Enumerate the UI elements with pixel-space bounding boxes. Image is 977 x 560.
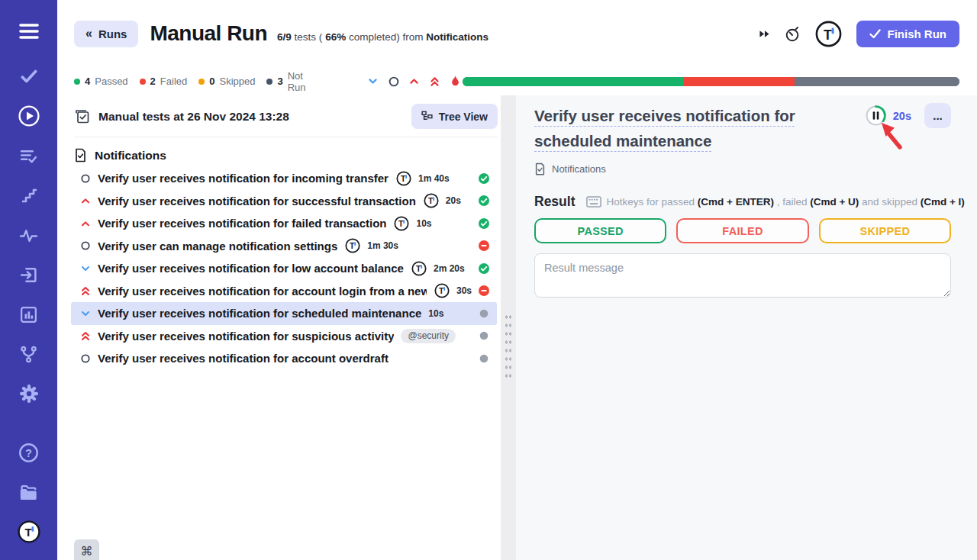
svg-text:?: ? (25, 446, 32, 459)
status-failed-icon (472, 285, 490, 297)
test-row[interactable]: Verify user receives notification for fa… (71, 212, 497, 235)
test-title: Verify user receives notification for ac… (98, 285, 427, 298)
priority-low-icon[interactable] (366, 75, 380, 89)
test-list-panel: Manual tests at 26 Nov 2024 13:28 Tree V… (57, 95, 501, 560)
test-list: Verify user receives notification for in… (57, 167, 501, 370)
testomat-header-logo[interactable]: T (815, 21, 842, 47)
pulse-icon[interactable] (18, 224, 40, 246)
pause-timer-button[interactable] (865, 105, 887, 127)
command-shortcut-button[interactable]: ⌘ (74, 539, 99, 560)
priority-critical-flame-icon[interactable] (449, 75, 463, 89)
priority-normal-icon (79, 353, 91, 364)
outcome-buttons: PASSED FAILED SKIPPED (534, 218, 951, 243)
test-row[interactable]: Verify user receives notification for su… (71, 190, 497, 213)
runs-play-icon[interactable] (18, 105, 40, 127)
test-duration: 10s (428, 308, 443, 319)
settings-gear-icon[interactable] (18, 382, 40, 405)
priority-high-icon[interactable] (408, 75, 421, 89)
subtitle-text: tests ( (292, 31, 325, 43)
analytics-icon[interactable] (18, 303, 40, 326)
priority-important-icon (79, 285, 91, 297)
test-title: Verify user receives notification for ac… (98, 352, 389, 365)
run-name: Manual tests at 26 Nov 2024 13:28 (98, 110, 289, 124)
test-row[interactable]: Verify user receives notification for ac… (71, 280, 497, 303)
testomat-mini-logo-icon: T (345, 238, 360, 253)
more-options-button[interactable]: ... (924, 103, 951, 128)
resizer-grip-dots (505, 313, 512, 381)
breadcrumb-suite: Notifications (552, 163, 606, 175)
svg-text:T: T (24, 526, 31, 539)
test-row[interactable]: Verify user can manage notification sett… (71, 235, 497, 258)
test-row[interactable]: Verify user receives notification for in… (71, 167, 497, 190)
priority-normal-icon (79, 240, 91, 251)
finish-run-label: Finish Run (888, 27, 947, 40)
progress-failed-segment (684, 77, 795, 86)
test-detail-title[interactable]: Verify user receives notification for sc… (534, 103, 867, 153)
priority-normal-icon (79, 173, 91, 184)
hotkeys-hint: Hotkeys for passed (Cmd + ENTER) , faile… (586, 196, 964, 208)
testomat-mini-logo-icon: T (424, 193, 439, 208)
test-plans-icon[interactable] (18, 144, 40, 167)
svg-text:T: T (350, 241, 355, 250)
test-duration: 2m 20s (434, 263, 465, 274)
status-count-passed[interactable]: 4Passed (74, 76, 128, 87)
back-label: Runs (98, 27, 127, 40)
status-count-not-run[interactable]: 3Not Run (266, 70, 323, 93)
subtitle-text-2: completed) from (346, 31, 426, 43)
svg-text:T: T (439, 286, 444, 295)
test-title: Verify user receives notification for su… (98, 330, 394, 343)
breadcrumb[interactable]: Notifications (534, 163, 951, 175)
skipped-button[interactable]: SKIPPED (819, 218, 951, 243)
test-title: Verify user receives notification for in… (98, 172, 389, 185)
test-row[interactable]: Verify user receives notification for su… (71, 325, 497, 348)
priority-low-icon (79, 308, 91, 319)
tree-view-button[interactable]: Tree View (411, 104, 498, 129)
branches-icon[interactable] (18, 343, 40, 365)
status-passed-icon (472, 195, 490, 207)
status-dot-icon (74, 79, 80, 85)
priority-filters (366, 75, 463, 89)
fast-forward-icon[interactable] (759, 29, 770, 39)
test-title: Verify user receives notification for su… (98, 195, 416, 208)
test-row[interactable]: Verify user receives notification for lo… (71, 257, 497, 280)
stopwatch-icon[interactable] (785, 25, 801, 43)
progress-notrun-segment (795, 77, 959, 86)
test-duration: 30s (456, 285, 472, 296)
result-message-input[interactable] (534, 253, 951, 298)
back-to-runs-button[interactable]: « Runs (74, 21, 138, 47)
menu-icon[interactable] (18, 20, 40, 43)
status-passed-icon (472, 217, 490, 230)
status-notrun-icon (472, 330, 490, 342)
steps-icon[interactable] (18, 184, 40, 207)
testomat-mini-logo-icon: T (394, 216, 409, 231)
test-row[interactable]: Verify user receives notification for ac… (71, 347, 497, 370)
status-count-skipped[interactable]: 0Skipped (198, 76, 255, 87)
test-row[interactable]: Verify user receives notification for sc… (71, 302, 497, 325)
test-detail-panel: Verify user receives notification for sc… (516, 95, 977, 560)
list-header: Manual tests at 26 Nov 2024 13:28 Tree V… (74, 104, 498, 137)
page-subtitle: 6/9 tests ( 66% completed) from Notifica… (277, 24, 488, 43)
checklist-icon (74, 108, 90, 124)
status-dot-icon (198, 79, 205, 85)
test-duration: 1m 40s (418, 173, 450, 184)
priority-low-icon (79, 263, 91, 274)
tests-check-icon[interactable] (18, 65, 40, 88)
failed-button[interactable]: FAILED (676, 218, 808, 243)
panel-resizer[interactable] (501, 95, 516, 560)
testomat-mini-logo-icon: T (396, 171, 411, 186)
help-icon[interactable]: ? (18, 441, 40, 464)
status-passed-icon (472, 172, 490, 185)
status-count-failed[interactable]: 2Failed (140, 76, 188, 87)
finish-run-button[interactable]: Finish Run (856, 21, 960, 47)
tests-fraction: 6/9 (277, 31, 292, 43)
priority-important-icon[interactable] (428, 75, 442, 89)
testomat-logo[interactable]: T (18, 520, 40, 543)
projects-folder-icon[interactable] (18, 481, 40, 504)
status-dot-icon (266, 79, 272, 85)
suite-group-row[interactable]: Notifications (74, 148, 484, 163)
import-icon[interactable] (18, 263, 40, 286)
manual-run-page: ? T « Runs Manual Run 6/9 tests ( 66% co… (0, 0, 977, 560)
priority-normal-icon[interactable] (387, 75, 401, 89)
passed-button[interactable]: PASSED (534, 218, 666, 243)
test-duration: 20s (446, 195, 461, 206)
